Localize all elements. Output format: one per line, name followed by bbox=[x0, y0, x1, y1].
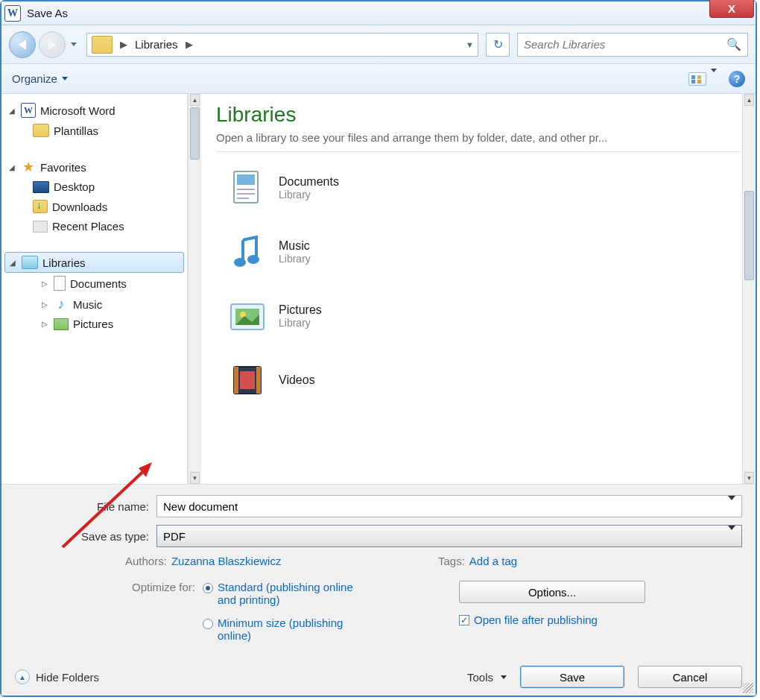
close-button[interactable]: X bbox=[709, 0, 754, 18]
cancel-button[interactable]: Cancel bbox=[638, 666, 742, 688]
tree-item-favorites[interactable]: ◢ ★ Favorites bbox=[1, 157, 187, 177]
hide-folders-button[interactable]: ▲ Hide Folders bbox=[15, 669, 99, 684]
expand-icon[interactable]: ▷ bbox=[40, 300, 49, 309]
address-bar[interactable]: ▶ Libraries ▶ ▼ bbox=[86, 33, 478, 57]
library-pictures[interactable]: Pictures Library bbox=[216, 288, 741, 352]
view-mode-button[interactable] bbox=[688, 72, 717, 86]
documents-library-icon bbox=[227, 167, 268, 209]
window-title: Save As bbox=[27, 7, 68, 19]
library-music[interactable]: Music Library bbox=[216, 224, 741, 288]
tags-value[interactable]: Add a tag bbox=[469, 555, 517, 567]
collapse-icon[interactable]: ◢ bbox=[8, 259, 17, 267]
arrow-right-icon bbox=[48, 40, 56, 50]
tree-item-plantillas[interactable]: Plantillas bbox=[1, 121, 187, 140]
tree-item-libraries[interactable]: ◢ Libraries bbox=[4, 252, 184, 273]
chevron-up-icon: ▲ bbox=[15, 669, 30, 684]
tree-item-pictures[interactable]: ▷ Pictures bbox=[1, 315, 187, 333]
radio-standard[interactable]: Standard (publishing online and printing… bbox=[203, 581, 367, 606]
navigation-tree: ◢ W Microsoft Word Plantillas ◢ ★ Favori… bbox=[1, 94, 188, 484]
collapse-icon[interactable]: ◢ bbox=[7, 107, 16, 115]
scroll-up-icon[interactable]: ▲ bbox=[744, 94, 754, 106]
breadcrumb-separator-icon: ▶ bbox=[186, 39, 193, 50]
picture-icon bbox=[54, 318, 69, 330]
collapse-icon[interactable]: ◢ bbox=[7, 163, 16, 171]
form-panel: File name: New document Save as type: PD… bbox=[1, 484, 756, 696]
breadcrumb-root[interactable]: Libraries bbox=[132, 37, 181, 52]
arrow-left-icon bbox=[19, 40, 26, 50]
star-icon: ★ bbox=[21, 160, 36, 174]
folder-icon bbox=[33, 124, 49, 137]
sidebar-scrollbar[interactable]: ▲ ▼ bbox=[188, 94, 201, 484]
scroll-thumb[interactable] bbox=[744, 191, 754, 280]
svg-rect-12 bbox=[256, 367, 261, 394]
back-button[interactable] bbox=[9, 31, 36, 58]
view-icon bbox=[688, 72, 706, 86]
word-app-icon: W bbox=[4, 5, 21, 22]
scroll-up-icon[interactable]: ▲ bbox=[190, 94, 200, 106]
filename-input[interactable]: New document bbox=[156, 495, 742, 517]
tools-menu[interactable]: Tools bbox=[467, 671, 507, 684]
scroll-down-icon[interactable]: ▼ bbox=[190, 472, 200, 484]
refresh-button[interactable]: ↻ bbox=[486, 33, 510, 57]
address-dropdown-icon[interactable]: ▼ bbox=[466, 40, 474, 49]
nav-history-dropdown[interactable] bbox=[69, 31, 79, 58]
library-videos[interactable]: Videos bbox=[216, 352, 741, 401]
forward-button[interactable] bbox=[39, 31, 66, 58]
videos-library-icon bbox=[227, 359, 268, 401]
music-icon: ♪ bbox=[54, 297, 69, 312]
toolbar: Organize ? bbox=[1, 64, 756, 94]
recent-icon bbox=[33, 221, 48, 233]
organize-menu[interactable]: Organize bbox=[12, 72, 68, 85]
svg-rect-11 bbox=[234, 367, 238, 394]
filename-label: File name: bbox=[15, 500, 156, 513]
authors-value[interactable]: Zuzanna Blaszkiewicz bbox=[171, 555, 282, 567]
tree-item-word[interactable]: ◢ W Microsoft Word bbox=[1, 100, 187, 121]
pictures-library-icon bbox=[227, 295, 268, 337]
tree-item-downloads[interactable]: Downloads bbox=[1, 196, 187, 217]
content-heading: Libraries bbox=[216, 103, 741, 127]
svg-rect-13 bbox=[240, 371, 255, 389]
svg-point-6 bbox=[247, 255, 259, 264]
help-button[interactable]: ? bbox=[729, 71, 745, 87]
library-documents[interactable]: Documents Library bbox=[216, 160, 741, 224]
search-icon: 🔍 bbox=[726, 37, 741, 51]
word-icon: W bbox=[21, 103, 36, 118]
svg-rect-1 bbox=[237, 174, 255, 185]
scroll-down-icon[interactable]: ▼ bbox=[744, 472, 754, 484]
optimize-label: Optimize for: bbox=[15, 581, 203, 593]
open-after-checkbox[interactable]: ✓ Open file after publishing bbox=[459, 614, 645, 626]
document-icon bbox=[54, 276, 66, 291]
libraries-icon bbox=[22, 256, 38, 269]
tree-item-documents[interactable]: ▷ Documents bbox=[1, 273, 187, 294]
desktop-icon bbox=[33, 181, 49, 193]
content-pane: Libraries Open a library to see your fil… bbox=[201, 94, 756, 484]
options-button[interactable]: Options... bbox=[459, 581, 645, 603]
tree-item-desktop[interactable]: Desktop bbox=[1, 177, 187, 196]
authors-label: Authors: bbox=[125, 555, 167, 567]
checkbox-icon: ✓ bbox=[459, 615, 469, 625]
search-box[interactable]: 🔍 bbox=[517, 33, 748, 57]
expand-icon[interactable]: ▷ bbox=[40, 280, 49, 288]
breadcrumb-separator-icon: ▶ bbox=[120, 39, 127, 50]
save-type-dropdown[interactable]: PDF bbox=[156, 525, 742, 547]
radio-icon bbox=[203, 583, 213, 593]
folder-icon bbox=[92, 36, 113, 54]
tree-item-music[interactable]: ▷ ♪ Music bbox=[1, 294, 187, 315]
save-button[interactable]: Save bbox=[520, 666, 624, 688]
save-type-label: Save as type: bbox=[15, 530, 156, 543]
radio-icon bbox=[203, 619, 213, 629]
content-subtitle: Open a library to see your files and arr… bbox=[216, 131, 741, 144]
resize-grip[interactable] bbox=[743, 683, 753, 693]
content-scrollbar[interactable]: ▲ ▼ bbox=[742, 94, 756, 484]
expand-icon[interactable]: ▷ bbox=[40, 320, 49, 328]
tags-label: Tags: bbox=[438, 555, 465, 567]
download-folder-icon bbox=[33, 199, 48, 214]
scroll-thumb[interactable] bbox=[190, 107, 200, 160]
nav-bar: ▶ Libraries ▶ ▼ ↻ 🔍 bbox=[1, 25, 756, 64]
dropdown-icon[interactable] bbox=[728, 530, 735, 543]
music-library-icon bbox=[227, 231, 268, 273]
dropdown-icon[interactable] bbox=[728, 500, 735, 513]
radio-minimum[interactable]: Minimum size (publishing online) bbox=[203, 617, 367, 642]
tree-item-recent[interactable]: Recent Places bbox=[1, 217, 187, 236]
search-input[interactable] bbox=[524, 38, 726, 51]
